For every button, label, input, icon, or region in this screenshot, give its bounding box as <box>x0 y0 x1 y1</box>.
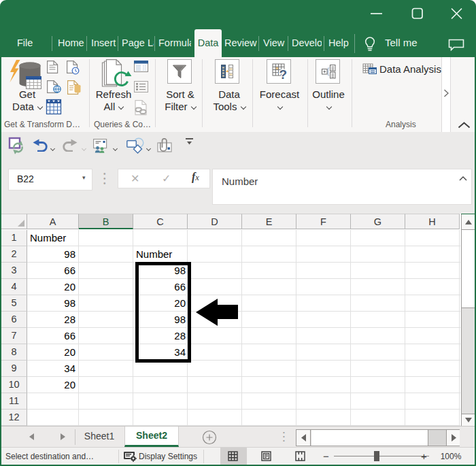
svg-text:?: ? <box>279 67 288 82</box>
